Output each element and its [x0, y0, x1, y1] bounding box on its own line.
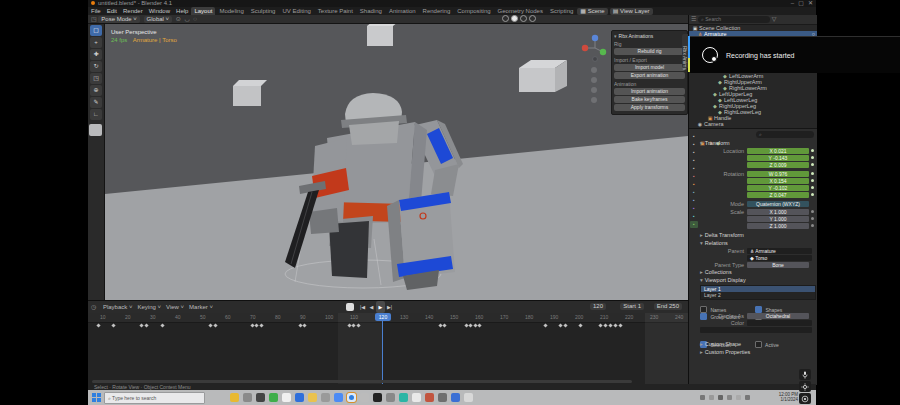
- value-field[interactable]: X 0.021: [747, 148, 809, 154]
- rotation-mode-dropdown[interactable]: Quaternion (WXYZ): [747, 201, 809, 207]
- keyframe-diamond[interactable]: [608, 323, 612, 327]
- output-tab[interactable]: ▪: [690, 149, 698, 156]
- orientation-dropdown[interactable]: Global ˅: [144, 16, 173, 23]
- keyframe-dot[interactable]: [811, 172, 814, 175]
- rotation-z-field[interactable]: Z 0.047: [700, 192, 814, 198]
- cursor-tool[interactable]: +: [90, 37, 102, 48]
- display-as-dropdown[interactable]: Octahedral: [747, 313, 809, 319]
- keyframe-diamond[interactable]: [208, 323, 212, 327]
- timeline-menu-view[interactable]: View ˅: [166, 304, 184, 310]
- timeline-menu-keying[interactable]: Keying ˅: [137, 304, 161, 310]
- app-icon[interactable]: [295, 393, 304, 402]
- shading-rendered-icon[interactable]: [529, 15, 536, 22]
- keyframe-diamond[interactable]: [144, 323, 148, 327]
- viewport-display-header[interactable]: ▾Viewport Display: [700, 277, 814, 284]
- keyframe-diamond[interactable]: [477, 323, 481, 327]
- menu-render[interactable]: Render: [120, 7, 146, 15]
- custom-properties-header[interactable]: ▸Custom Properties: [700, 349, 814, 356]
- start-button[interactable]: [92, 393, 101, 402]
- npanel-header[interactable]: ▾Rbx Animations: [614, 33, 685, 39]
- workspace-tab-animation[interactable]: Animation: [386, 7, 419, 15]
- app-icon[interactable]: [282, 393, 291, 402]
- app-icon[interactable]: [399, 393, 408, 402]
- bone-tab[interactable]: ▪: [690, 221, 698, 228]
- shading-material-icon[interactable]: [520, 15, 527, 22]
- browser-icon[interactable]: [334, 393, 343, 402]
- play-reverse-button[interactable]: ◀: [367, 301, 376, 313]
- value-field[interactable]: X 0.154: [747, 178, 809, 184]
- keyframe-dot[interactable]: [811, 156, 814, 159]
- app-icon[interactable]: [386, 393, 395, 402]
- auto-key-button[interactable]: [346, 303, 354, 311]
- annotate-tool[interactable]: ✎: [90, 97, 102, 108]
- keyframe-diamond[interactable]: [213, 323, 217, 327]
- transform-tool[interactable]: ⊕: [90, 85, 102, 96]
- scale-z-field[interactable]: Z 1.000: [700, 223, 814, 229]
- viewport-3d[interactable]: User Perspective 24 fps Armature | Torso…: [105, 24, 688, 300]
- parent-type-row[interactable]: Parent TypeBone: [700, 262, 814, 268]
- rotation-x-field[interactable]: X 0.154: [700, 178, 814, 184]
- workspace-tab-uv-editing[interactable]: UV Editing: [279, 7, 313, 15]
- app-icon[interactable]: [451, 393, 460, 402]
- jump-end-button[interactable]: ▶|: [385, 301, 394, 313]
- tray-icon[interactable]: [718, 395, 723, 400]
- keyframe-diamond[interactable]: [613, 323, 617, 327]
- transform-panel-header[interactable]: ▾Transform: [700, 140, 814, 147]
- snap-magnet-icon[interactable]: ◡: [184, 16, 189, 22]
- pivot-icon[interactable]: ⊙: [176, 16, 181, 22]
- modifier-tab[interactable]: ▪: [690, 189, 698, 196]
- taskbar-clock[interactable]: 12:00 PM 1/1/2024: [764, 392, 798, 402]
- color-field[interactable]: [747, 320, 812, 326]
- physics-tab[interactable]: ▪: [690, 197, 698, 204]
- current-frame-field[interactable]: 120: [590, 303, 606, 310]
- npanel-button-apply-transforms[interactable]: Apply transforms: [614, 104, 685, 111]
- floating-cube-3[interactable]: [519, 60, 567, 92]
- data-tab[interactable]: ▪: [690, 213, 698, 220]
- custom-field-row[interactable]: [700, 327, 814, 333]
- rotation-mode-row[interactable]: ModeQuaternion (WXYZ): [700, 201, 814, 207]
- app-icon[interactable]: [256, 393, 265, 402]
- frame-end-field[interactable]: End 250: [654, 303, 682, 310]
- workspace-tab-sculpting[interactable]: Sculpting: [248, 7, 279, 15]
- app-icon[interactable]: [438, 393, 447, 402]
- workspace-tab-shading[interactable]: Shading: [357, 7, 385, 15]
- workspace-tab-rendering[interactable]: Rendering: [420, 7, 454, 15]
- outliner-row-camera[interactable]: ◉Camera: [689, 121, 817, 127]
- select-box-tool[interactable]: ▢: [90, 25, 102, 36]
- scale-y-field[interactable]: Y 1.000: [700, 216, 814, 222]
- location-x-field[interactable]: LocationX 0.021: [700, 148, 814, 154]
- tool-expand-button[interactable]: [89, 124, 102, 136]
- tray-icon[interactable]: [709, 395, 714, 400]
- workspace-tab-texture-paint[interactable]: Texture Paint: [315, 7, 356, 15]
- rotation-w-field[interactable]: RotationW 0.976: [700, 171, 814, 177]
- keyframe-diamond[interactable]: [160, 323, 164, 327]
- keyframe-diamond[interactable]: [543, 323, 547, 327]
- delta-transform-header[interactable]: ▸Delta Transform: [700, 232, 814, 239]
- file-explorer-icon[interactable]: [308, 393, 317, 402]
- move-tool[interactable]: ✚: [90, 49, 102, 60]
- npanel-button-rebuild-rig[interactable]: Rebuild rig: [614, 48, 685, 55]
- keyframe-dot[interactable]: [811, 186, 814, 189]
- constraint-tab[interactable]: ▪: [690, 205, 698, 212]
- world-tab[interactable]: ▪: [690, 173, 698, 180]
- playhead[interactable]: 120: [375, 313, 391, 321]
- timeline-menu-marker[interactable]: Marker ˅: [189, 304, 213, 310]
- view-layer-tab[interactable]: ▪: [690, 157, 698, 164]
- timeline-scrollbar[interactable]: [92, 380, 632, 383]
- npanel-button-bake-keyframes[interactable]: Bake keyframes: [614, 96, 685, 103]
- weather-app-icon[interactable]: [230, 393, 239, 402]
- value-field[interactable]: W 0.976: [747, 171, 809, 177]
- workspace-tab-modeling[interactable]: Modeling: [216, 7, 246, 15]
- shading-solid-icon[interactable]: [511, 15, 518, 22]
- scene-selector[interactable]: ▦ Scene: [577, 8, 607, 15]
- value-field[interactable]: Z 0.047: [747, 192, 809, 198]
- app-icon[interactable]: [425, 393, 434, 402]
- view-layer-selector[interactable]: ▤ View Layer: [610, 8, 653, 15]
- keyframe-diamond[interactable]: [302, 323, 306, 327]
- outliner-search-input[interactable]: ⌕ Search: [698, 16, 770, 23]
- layers-list[interactable]: Layer 1Layer 2: [700, 285, 816, 300]
- microphone-icon[interactable]: [799, 369, 811, 380]
- location-y-field[interactable]: Y -0.143: [700, 155, 814, 161]
- taskbar-search-input[interactable]: ⌕ Type here to search: [104, 392, 205, 404]
- value-field[interactable]: Y 1.000: [747, 216, 809, 222]
